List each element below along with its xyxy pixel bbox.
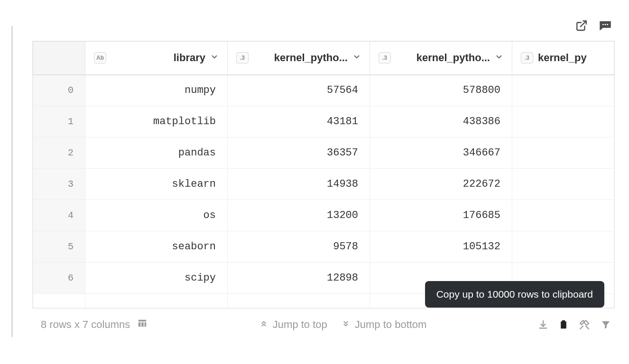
cell-value: 176685 [370,200,512,231]
cell-value: 438386 [370,106,512,137]
cell-library: numpy [85,75,228,106]
cell-value: 13200 [228,200,370,231]
dataframe-table: Ab library .3 kernel_pytho... [32,41,615,309]
jump-to-top-button[interactable]: Jump to top [259,318,327,331]
type-badge-number: .3 [379,52,391,64]
jump-top-label: Jump to top [273,318,327,331]
cell-value: 57564 [228,75,370,106]
row-index: 4 [33,200,85,231]
shape-text: 8 rows x 7 columns [41,318,130,331]
row-index: 5 [33,231,85,263]
table-footer: 8 rows x 7 columns Jump to top Jump to [32,309,615,333]
cell-value [512,200,614,231]
comment-icon[interactable] [599,19,612,32]
chevron-double-up-icon [259,318,268,331]
chevron-down-icon[interactable] [495,53,503,64]
column-name: kernel_py [538,52,614,64]
cell-value [512,231,614,263]
columns-icon[interactable] [137,318,148,331]
table-body: 0 numpy 57564 578800 1 matplotlib 43181 … [33,75,614,308]
cell-value: 222672 [370,169,512,200]
column-header-kernel3[interactable]: .3 kernel_py [512,42,614,75]
cell-value: 14938 [228,169,370,200]
footer-action-icons [538,318,611,331]
svg-rect-10 [562,320,565,322]
cell-value [512,169,614,200]
cell-value [512,106,614,137]
cell-value: 578800 [370,75,512,106]
svg-rect-6 [141,322,144,327]
cell-left-border [11,26,13,337]
cell-value [512,137,614,169]
open-external-icon[interactable] [575,19,588,32]
chevron-down-icon[interactable] [352,53,361,64]
chevron-double-down-icon [342,318,350,331]
tooltip-text: Copy up to 10000 rows to clipboard [436,289,593,300]
svg-line-0 [581,21,586,27]
jump-bottom-label: Jump to bottom [355,318,427,331]
chevron-down-icon[interactable] [210,53,219,64]
row-index: 6 [33,263,85,294]
column-header-kernel1[interactable]: .3 kernel_pytho... [228,42,370,75]
jump-to-bottom-button[interactable]: Jump to bottom [342,318,427,331]
svg-rect-5 [139,322,141,327]
filter-icon[interactable] [601,318,611,331]
index-header [33,42,85,75]
clipboard-icon[interactable] [559,318,568,331]
cell-library: pandas [85,137,228,169]
cell-value: 346667 [370,137,512,169]
top-toolbar [32,19,615,41]
column-name: library [111,52,205,64]
cell-value [512,75,614,106]
svg-rect-4 [139,320,147,322]
cell-library: sklearn [85,169,228,200]
column-name: kernel_pytho... [253,52,348,64]
table-row[interactable]: 5 seaborn 9578 105132 [33,231,614,263]
tools-icon[interactable] [579,318,590,331]
row-index: 2 [33,137,85,169]
cell-library: os [85,200,228,231]
download-icon[interactable] [538,318,548,331]
jump-controls: Jump to top Jump to bottom [259,318,427,331]
svg-rect-9 [561,321,566,328]
column-header-kernel2[interactable]: .3 kernel_pytho... [370,42,512,75]
type-badge-number: .3 [521,52,533,64]
svg-rect-7 [145,322,147,327]
type-badge-number: .3 [236,52,249,64]
table-row[interactable]: 4 os 13200 176685 [33,200,614,231]
cell-value: 43181 [228,106,370,137]
svg-point-2 [604,24,606,25]
svg-point-1 [602,24,604,25]
cell-value: 12898 [228,263,370,294]
column-header-library[interactable]: Ab library [85,42,228,75]
row-index: 3 [33,169,85,200]
column-name: kernel_pytho... [396,52,490,64]
svg-point-3 [607,24,608,25]
table-row[interactable]: 3 sklearn 14938 222672 [33,169,614,200]
row-index: 1 [33,106,85,137]
cell-library: seaborn [85,231,228,263]
cell-value: 105132 [370,231,512,263]
type-badge-string: Ab [94,52,106,64]
copy-tooltip: Copy up to 10000 rows to clipboard [425,281,604,308]
cell-library: scipy [85,263,228,294]
cell-value: 36357 [228,137,370,169]
row-index: 0 [33,75,85,106]
cell-library: matplotlib [85,106,228,137]
table-row[interactable]: 2 pandas 36357 346667 [33,137,614,169]
table-row[interactable]: 1 matplotlib 43181 438386 [33,106,614,137]
cell-value: 9578 [228,231,370,263]
table-shape: 8 rows x 7 columns [41,318,148,331]
table-row[interactable]: 0 numpy 57564 578800 [33,75,614,106]
table-header-row: Ab library .3 kernel_pytho... [33,42,614,75]
